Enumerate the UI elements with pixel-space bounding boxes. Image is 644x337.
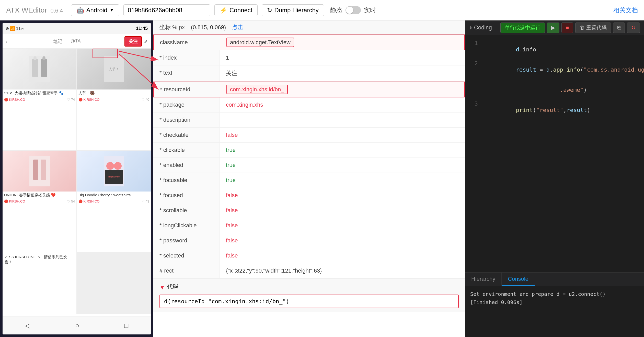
phone-nav-bar: ‹ 笔记 @TA 关注 ⇗	[3, 34, 151, 49]
prop-row-classname: className android.widget.TextView	[153, 35, 465, 50]
code-line-1: 1 d.info	[470, 40, 639, 59]
code-editor[interactable]: 1 d.info 2 result = d.app_info("com.ss.a…	[465, 35, 644, 272]
refresh-icon: ↻	[267, 7, 272, 14]
line-code-2b: .aweme")	[482, 80, 587, 99]
prop-row-focusable: * focusable true	[153, 173, 465, 188]
phone-card-4-meta: 🔴 KIRSH.CO ♡ 43	[77, 198, 151, 204]
line-code-1: d.info	[482, 40, 536, 59]
phone-grid: 21SS 大樱桃情侣衬衫 甜蜜牵手 🐾 🔴 KIRSH.CO ♡ 74 人节！	[3, 49, 151, 314]
phone-card-3[interactable]: UNILINE春季情侣穿搭灵感 ❤️ 🔴 KIRSH.CO ♡ 54	[3, 151, 76, 252]
svg-point-11	[106, 162, 114, 170]
prop-row-checkable: * checkable false	[153, 128, 465, 143]
code-panel-title: ♪ Coding	[469, 24, 492, 31]
prop-val-password: false	[220, 233, 465, 248]
line-num-2b	[470, 80, 478, 99]
code-line-2: 2 result = d.app_info("com.ss.android.ug…	[470, 60, 639, 79]
expand-button[interactable]: ↻	[627, 23, 640, 33]
stop-button[interactable]: ■	[561, 23, 573, 33]
phone-card-2-likes: ♡ 40	[142, 98, 149, 102]
phone-back-icon[interactable]: ‹	[6, 38, 7, 44]
phone-share-icon[interactable]: ⇗	[144, 39, 148, 44]
tab-console[interactable]: Console	[502, 273, 535, 286]
code-actions: 单行或选中运行 ▶ ■ 🗑 重置代码 ⎘ ↻	[500, 23, 640, 33]
prop-val-classname: android.widget.TextView	[220, 35, 464, 50]
phone-card-4-text: Big Doodle Cherry Sweatshirts	[77, 192, 151, 199]
prop-row-index: * index 1	[153, 50, 465, 65]
device-id-input[interactable]	[123, 4, 210, 16]
phone-status-icons: ⊕ 📶 11%	[6, 26, 24, 31]
phone-home-button[interactable]: ○	[75, 322, 79, 330]
code-label: 代码	[167, 283, 178, 290]
topbar: ATX WEditor 0.6.4 🤖 Android ▼ ⚡ Connect …	[0, 0, 644, 20]
prop-val-enabled: true	[220, 158, 465, 173]
phone-tab-notes[interactable]: 笔记	[51, 37, 64, 46]
static-realtime-toggle[interactable]	[346, 6, 361, 14]
prop-val-package: com.xingin.xhs	[220, 97, 465, 112]
reset-code-button[interactable]: 🗑 重置代码	[575, 23, 611, 33]
prop-val-focused: false	[220, 188, 465, 203]
prop-key-description: * description	[153, 113, 220, 127]
line-num-3: 3	[470, 100, 478, 120]
prop-val-resourceid: com.xingin.xhs:id/bn_	[220, 82, 464, 97]
coords-label: 坐标 % px	[159, 24, 185, 31]
code-panel-bottom: Hierarchy Console Set environment and pr…	[465, 272, 644, 337]
android-select-btn[interactable]: 🤖 Android ▼	[71, 4, 119, 16]
connect-button[interactable]: ⚡ Connect	[214, 4, 258, 16]
console-line-2: [Finished 0.096s]	[470, 298, 639, 306]
phone-screen[interactable]: ⊕ 📶 11% 11:45 ‹ 笔记 @TA 关注 ⇗	[3, 23, 151, 334]
phone-card-5[interactable]: 21SS KIRSH UNILINE 情侣系列已发售！	[3, 252, 76, 314]
prop-val-description	[220, 113, 465, 127]
prop-row-enabled: * enabled true	[153, 158, 465, 173]
svg-rect-9	[41, 160, 46, 180]
prop-key-checkable: * checkable	[153, 128, 220, 142]
phone-recent-button[interactable]: □	[124, 322, 128, 330]
prop-row-scrollable: * scrollable false	[153, 203, 465, 218]
prop-val-scrollable: false	[220, 203, 465, 218]
property-table: className android.widget.TextView * inde…	[153, 35, 465, 278]
prop-val-text: 关注	[220, 65, 465, 81]
phone-card-2[interactable]: 人节！ 人节！🐻 🔴 KIRSH.CO ♡ 40	[77, 49, 151, 150]
static-realtime-toggle-group: 静态 实时	[330, 6, 376, 14]
phone-card-1[interactable]: 21SS 大樱桃情侣衬衫 甜蜜牵手 🐾 🔴 KIRSH.CO ♡ 74	[3, 49, 76, 150]
phone-card-1-meta: 🔴 KIRSH.CO ♡ 74	[3, 97, 76, 103]
prop-key-focused: * focused	[153, 188, 220, 203]
click-link[interactable]: 点击	[232, 24, 243, 31]
phone-follow-button[interactable]: 关注	[124, 36, 142, 47]
prop-key-selected: * selected	[153, 248, 220, 263]
prop-key-password: * password	[153, 233, 220, 248]
android-icon: 🤖	[76, 7, 84, 14]
prop-key-index: * index	[153, 50, 220, 65]
code-section: ▼ 代码	[153, 278, 465, 312]
properties-panel: 坐标 % px (0.815, 0.069) 点击 className andr…	[153, 20, 465, 337]
prop-key-scrollable: * scrollable	[153, 203, 220, 218]
run-button[interactable]: 单行或选中运行	[500, 23, 545, 33]
phone-card-3-brand: 🔴 KIRSH.CO	[4, 199, 25, 203]
phone-card-3-meta: 🔴 KIRSH.CO ♡ 54	[3, 198, 76, 204]
phone-tab-ata[interactable]: @TA	[68, 37, 83, 46]
phone-card-2-brand: 🔴 KIRSH.CO	[78, 98, 99, 102]
arrow-down-icon: ▼	[159, 284, 165, 291]
code-input[interactable]	[159, 295, 459, 308]
line-code-3: print("result",result)	[482, 100, 590, 120]
coords-header: 坐标 % px (0.815, 0.069) 点击	[153, 20, 465, 35]
console-output: Set environment and prepare d = u2.conne…	[465, 286, 644, 337]
prop-key-clickable: * clickable	[153, 143, 220, 158]
dump-hierarchy-button[interactable]: ↻ Dump Hierarchy	[262, 4, 324, 16]
prop-key-classname: className	[154, 35, 220, 50]
play-button[interactable]: ▶	[547, 23, 559, 33]
phone-card-2-image: 人节！	[77, 49, 151, 89]
prop-row-package: * package com.xingin.xhs	[153, 97, 465, 113]
tab-hierarchy[interactable]: Hierarchy	[465, 273, 502, 286]
prop-key-enabled: * enabled	[153, 158, 220, 173]
prop-row-description: * description	[153, 113, 465, 128]
phone-card-4[interactable]: Big Doodle Big Doodle Cherry Sweatshirts…	[77, 151, 151, 252]
phone-back-button[interactable]: ◁	[25, 322, 30, 330]
prop-val-rect: {"x":822,"y":90,"width":121,"height":63}	[220, 263, 465, 278]
docs-link[interactable]: 相关文档	[613, 6, 638, 14]
phone-card-5-text: 21SS KIRSH UNILINE 情侣系列已发售！	[3, 252, 76, 266]
prop-row-focused: * focused false	[153, 188, 465, 203]
copy-button[interactable]: ⎘	[613, 23, 625, 33]
svg-point-12	[114, 162, 122, 170]
svg-rect-1	[32, 59, 38, 77]
line-num-1: 1	[470, 40, 478, 59]
